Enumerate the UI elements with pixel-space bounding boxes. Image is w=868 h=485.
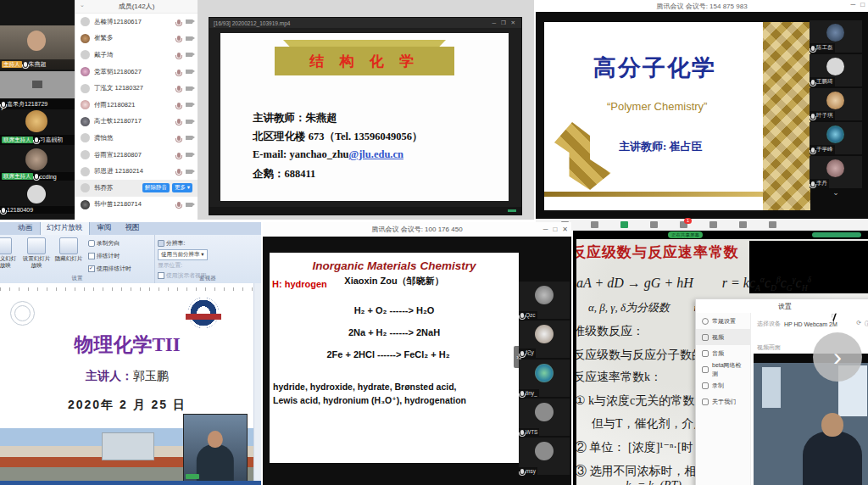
camera-off-icon[interactable] <box>186 170 192 174</box>
use-timings-checkbox[interactable]: ✓使用排练计时 <box>88 265 131 273</box>
member-row[interactable]: 付雨12180821 <box>75 97 198 114</box>
avatar <box>81 100 90 109</box>
record-icon[interactable] <box>739 221 747 228</box>
player-window-controls[interactable]: ─ ❐ ✕ <box>492 20 518 26</box>
record-narration-item[interactable]: 录制旁白 <box>88 239 120 248</box>
member-row[interactable]: 戴子琦 <box>75 47 198 64</box>
participant-tile[interactable]: 李丹 <box>810 156 862 188</box>
member-row[interactable]: 高士钦12180717 <box>75 114 198 131</box>
mic-muted-icon[interactable] <box>177 136 181 141</box>
menu-item-network-test[interactable]: beta网络检测 <box>696 361 750 377</box>
members-icon[interactable]: 1 <box>680 221 687 228</box>
camera-off-icon[interactable] <box>186 136 192 140</box>
mic-muted-icon[interactable] <box>177 119 181 124</box>
participant-tile[interactable]: WTS <box>519 399 570 436</box>
share-screen-icon[interactable] <box>620 221 628 228</box>
participant-tile[interactable]: Qzc <box>519 282 570 319</box>
camera-off-icon[interactable] <box>186 36 192 41</box>
member-row[interactable]: 党萃韬12180627 <box>75 64 198 81</box>
participant-tile[interactable]: 陈工磊 <box>810 20 862 53</box>
camera-off-icon[interactable] <box>186 103 192 107</box>
member-row[interactable]: 韩中苗12180714 <box>75 197 198 214</box>
collapse-caret-icon[interactable]: ⌄ <box>80 2 85 8</box>
tab-slideshow[interactable]: 幻灯片放映 <box>40 222 90 235</box>
member-row-selected[interactable]: 韩乔苏解除静音更多 ▾ <box>75 180 198 197</box>
more-button[interactable]: 更多 ▾ <box>172 183 192 192</box>
mic-muted-icon[interactable] <box>177 70 181 75</box>
menu-item-audio[interactable]: 音频 <box>696 345 750 361</box>
invite-icon[interactable] <box>650 221 658 228</box>
more-participants-chevron[interactable]: ⌄ <box>810 190 862 195</box>
menu-item-general[interactable]: 常规设置 <box>696 313 750 329</box>
camera-off-icon[interactable] <box>186 203 192 207</box>
avatar <box>81 67 90 76</box>
next-arrow-button[interactable]: › <box>813 332 862 382</box>
participant-tile[interactable]: 纪y <box>519 321 570 358</box>
vertical-scrollbar[interactable] <box>253 283 261 481</box>
webcam-overlay[interactable] <box>183 414 248 482</box>
custom-slideshow-button[interactable]: 自定义幻灯片放映 <box>0 237 17 269</box>
participant-tile[interactable]: tiny_ <box>519 360 570 397</box>
camera-off-icon[interactable] <box>186 53 192 57</box>
meeting-titlebar[interactable]: 腾讯会议 会议号: 154 875 983 ─ □ <box>536 0 868 12</box>
hide-slide-button[interactable]: 隐藏幻灯片 <box>54 237 83 262</box>
device-name-dropdown[interactable]: HP HD Webcam 2M <box>784 321 837 327</box>
avatar[interactable] <box>27 185 46 203</box>
mic-muted-icon[interactable] <box>177 202 181 207</box>
tab-animation[interactable]: 动画 <box>12 222 38 235</box>
resolution-dropdown[interactable]: 使用当前分辨率 ▾ <box>158 249 208 260</box>
avatar[interactable] <box>25 110 47 132</box>
menu-item-video[interactable]: 视频 <box>696 329 750 345</box>
close-button[interactable]: ✕ <box>562 226 568 233</box>
mic-muted-icon[interactable] <box>177 153 181 158</box>
menu-item-recording[interactable]: 录制 <box>696 377 750 393</box>
refresh-icon[interactable]: ⟳ <box>856 320 861 328</box>
member-row[interactable]: 丛榛博12180617 <box>75 14 198 31</box>
participant-tile[interactable]: 于学峰 <box>810 122 862 154</box>
camera-off-tile[interactable] <box>0 71 75 98</box>
maximize-button[interactable]: □ <box>860 1 865 8</box>
member-row[interactable]: 丁泓文 12180327 <box>75 80 198 97</box>
participant-tile[interactable]: msy <box>519 438 570 475</box>
menu-item-about[interactable]: 关于我们 <box>696 393 750 410</box>
member-row[interactable]: 谷雨宣12180807 <box>75 147 198 164</box>
setup-slideshow-button[interactable]: 设置幻灯片放映 <box>22 237 51 269</box>
player-seekbar[interactable] <box>209 207 521 215</box>
minimize-button[interactable]: ─ <box>543 226 548 233</box>
camera-off-icon[interactable] <box>186 86 192 91</box>
strip-expander-chevron[interactable]: › <box>1 103 3 113</box>
mic-muted-icon[interactable] <box>177 53 181 58</box>
minimize-button[interactable]: ─ <box>850 1 855 8</box>
participant-tile[interactable]: 叶子琪 <box>810 88 862 120</box>
participant-tile[interactable]: 王鹏琦 <box>810 54 862 86</box>
camera-off-icon[interactable] <box>186 120 192 124</box>
record-icon <box>702 382 709 389</box>
chat-icon[interactable] <box>709 221 717 228</box>
panel-powerpoint: 动画 幻灯片放映 审阅 视图 自定义幻灯片放映 设置幻灯片放映 隐藏幻灯片 录制… <box>0 222 261 485</box>
settings-icon[interactable] <box>769 221 776 228</box>
mic-muted-icon[interactable] <box>177 36 181 41</box>
avatar[interactable] <box>25 148 47 170</box>
mic-muted-icon[interactable] <box>177 103 181 108</box>
camera-off-icon[interactable] <box>186 153 192 157</box>
member-row[interactable]: 龚怡悠 <box>75 130 198 147</box>
email-link[interactable]: @jlu.edu.cn <box>349 148 403 160</box>
meeting-titlebar[interactable]: 腾讯会议 会议号: 100 176 450 ─ □ ✕ <box>263 222 571 237</box>
host-video-tile[interactable]: 主持人 朱燕超 <box>0 25 75 70</box>
rehearse-timings-item[interactable]: 排练计时 <box>88 252 120 260</box>
tab-review[interactable]: 审阅 <box>92 222 118 235</box>
member-row[interactable]: 崔繁多 <box>75 31 198 47</box>
member-row[interactable]: 郭恩进 12180214 <box>75 163 198 180</box>
player-titlebar[interactable]: [16/93] 20200212_103919.mp4 ─ ❐ ✕ <box>209 18 521 28</box>
camera-toolbar-icon[interactable] <box>591 221 598 228</box>
mic-muted-icon[interactable] <box>177 20 181 25</box>
maximize-button[interactable]: □ <box>553 226 557 233</box>
info-icon[interactable]: ⓘ <box>865 320 868 328</box>
unmute-button[interactable]: 解除静音 <box>142 183 170 192</box>
tab-view[interactable]: 视图 <box>120 222 146 235</box>
camera-off-icon[interactable] <box>186 20 192 24</box>
setup-slideshow-icon <box>27 237 46 254</box>
camera-off-icon[interactable] <box>186 70 192 74</box>
mic-muted-icon[interactable] <box>177 169 181 174</box>
mic-muted-icon[interactable] <box>177 86 181 91</box>
